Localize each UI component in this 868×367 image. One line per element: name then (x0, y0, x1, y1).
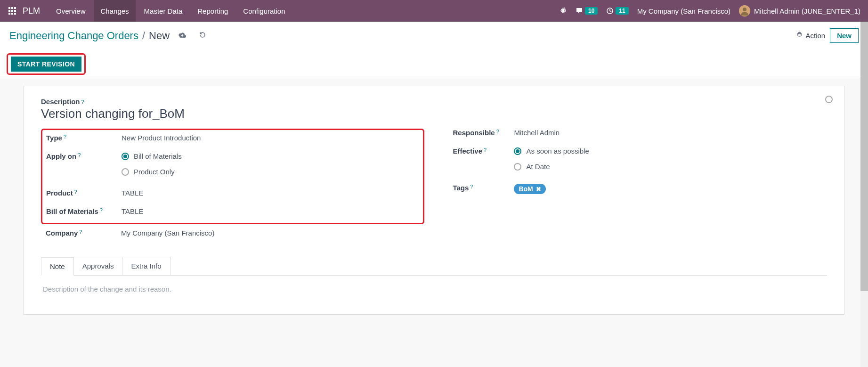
radio-asap[interactable]: As soon as possible (514, 147, 589, 155)
effective-label: Effective? (453, 147, 514, 155)
nav-item-configuration[interactable]: Configuration (236, 0, 292, 22)
action-menu[interactable]: Action (796, 32, 825, 40)
bug-icon[interactable] (560, 7, 567, 15)
tab-content-note[interactable]: Description of the change and its reason… (41, 276, 827, 303)
tab-extra-info[interactable]: Extra Info (122, 257, 170, 275)
new-button[interactable]: New (830, 28, 859, 43)
scrollbar-thumb[interactable] (860, 22, 868, 291)
nav-item-overview[interactable]: Overview (49, 0, 92, 22)
product-label: Product? (46, 189, 122, 197)
tabs: Note Approvals Extra Info (41, 257, 827, 276)
bom-value[interactable]: TABLE (122, 207, 143, 215)
svg-point-9 (562, 9, 564, 12)
form-columns: Type? New Product Introduction Apply on?… (41, 129, 827, 247)
status-bar: START REVISION (0, 49, 868, 79)
responsible-value[interactable]: Mitchell Admin (514, 129, 560, 137)
breadcrumb: Engineering Change Orders / New (9, 30, 206, 42)
effective-radio-group: As soon as possible At Date (514, 147, 589, 171)
field-responsible: Responsible? Mitchell Admin (453, 129, 827, 137)
tab-note[interactable]: Note (41, 257, 74, 276)
company-label: Company? (46, 229, 121, 237)
svg-rect-5 (14, 10, 16, 12)
messages-icon[interactable]: 10 (576, 7, 598, 15)
nav-left: PLM Overview Changes Master Data Reporti… (8, 0, 292, 22)
nav-item-master-data[interactable]: Master Data (138, 0, 189, 22)
form-card: Description? Version changing for_BoM Ty… (24, 86, 844, 315)
scrollbar[interactable] (860, 22, 868, 315)
svg-rect-2 (14, 7, 16, 9)
breadcrumb-current: New (149, 30, 170, 42)
col-right: Responsible? Mitchell Admin Effective? A… (443, 129, 827, 247)
top-navbar: PLM Overview Changes Master Data Reporti… (0, 0, 868, 22)
content-wrap: Description? Version changing for_BoM Ty… (0, 79, 868, 315)
highlight-box-2: Type? New Product Introduction Apply on?… (41, 129, 424, 224)
field-product: Product? TABLE (46, 189, 418, 197)
avatar (739, 5, 750, 16)
field-company: Company? My Company (San Francisco) (41, 229, 424, 237)
nav-item-reporting[interactable]: Reporting (191, 0, 235, 22)
svg-rect-4 (11, 10, 13, 12)
discard-icon[interactable] (199, 31, 206, 41)
radio-icon (514, 163, 521, 171)
svg-rect-8 (14, 13, 16, 15)
activities-badge: 11 (616, 7, 628, 15)
help-icon[interactable]: ? (64, 134, 66, 139)
radio-icon (122, 168, 129, 176)
user-menu[interactable]: Mitchell Admin (JUNE_ENTER_1) (739, 5, 860, 16)
field-type: Type? New Product Introduction (46, 134, 418, 142)
help-icon[interactable]: ? (484, 147, 487, 153)
help-icon[interactable]: ? (78, 152, 81, 158)
help-icon[interactable]: ? (496, 129, 499, 134)
svg-rect-1 (11, 7, 13, 9)
col-left: Type? New Product Introduction Apply on?… (41, 129, 424, 247)
activities-icon[interactable]: 11 (606, 7, 628, 15)
field-tags: Tags? BoM ✖ (453, 184, 827, 194)
svg-rect-6 (8, 13, 10, 15)
breadcrumb-root[interactable]: Engineering Change Orders (9, 30, 138, 42)
tag-remove-icon[interactable]: ✖ (536, 186, 541, 193)
nav-right: 10 11 My Company (San Francisco) Mitchel… (560, 5, 860, 16)
apply-on-label: Apply on? (46, 152, 122, 160)
radio-icon (514, 147, 521, 155)
type-value[interactable]: New Product Introduction (122, 134, 201, 142)
nav-item-changes[interactable]: Changes (94, 0, 136, 22)
user-name: Mitchell Admin (JUNE_ENTER_1) (754, 7, 860, 15)
responsible-label: Responsible? (453, 129, 514, 137)
field-bom: Bill of Materials? TABLE (46, 207, 418, 215)
description-label: Description? (41, 98, 827, 106)
company-name[interactable]: My Company (San Francisco) (637, 7, 730, 15)
breadcrumb-bar: Engineering Change Orders / New Action N… (0, 22, 868, 49)
cloud-save-icon[interactable] (178, 32, 187, 40)
company-value[interactable]: My Company (San Francisco) (121, 229, 214, 237)
radio-at-date[interactable]: At Date (514, 163, 589, 171)
app-name[interactable]: PLM (23, 6, 40, 16)
product-value[interactable]: TABLE (122, 189, 143, 197)
highlight-box-1: START REVISION (7, 53, 86, 75)
svg-rect-7 (11, 13, 13, 15)
field-apply-on: Apply on? Bill of Materials Product Only (46, 152, 418, 176)
description-value[interactable]: Version changing for_BoM (41, 106, 827, 121)
tab-approvals[interactable]: Approvals (73, 257, 123, 275)
radio-icon (122, 153, 129, 160)
radio-bill-of-materials[interactable]: Bill of Materials (122, 152, 182, 160)
svg-rect-0 (8, 7, 10, 9)
help-icon[interactable]: ? (470, 184, 473, 189)
tags-value[interactable]: BoM ✖ (514, 184, 545, 194)
bom-label: Bill of Materials? (46, 207, 122, 215)
apply-on-radio-group: Bill of Materials Product Only (122, 152, 182, 176)
breadcrumb-sep: / (142, 30, 145, 42)
tags-label: Tags? (453, 184, 514, 192)
apps-icon[interactable] (8, 6, 17, 16)
help-icon[interactable]: ? (81, 99, 84, 105)
help-icon[interactable]: ? (79, 229, 82, 235)
radio-product-only[interactable]: Product Only (122, 168, 182, 176)
svg-rect-3 (8, 10, 10, 12)
start-revision-button[interactable]: START REVISION (11, 57, 81, 72)
gear-icon (796, 32, 803, 40)
help-icon[interactable]: ? (100, 207, 103, 213)
svg-point-12 (743, 8, 746, 11)
messages-badge: 10 (585, 7, 598, 15)
help-icon[interactable]: ? (74, 189, 77, 195)
breadcrumb-actions: Action New (796, 28, 859, 43)
priority-toggle[interactable] (825, 96, 833, 103)
